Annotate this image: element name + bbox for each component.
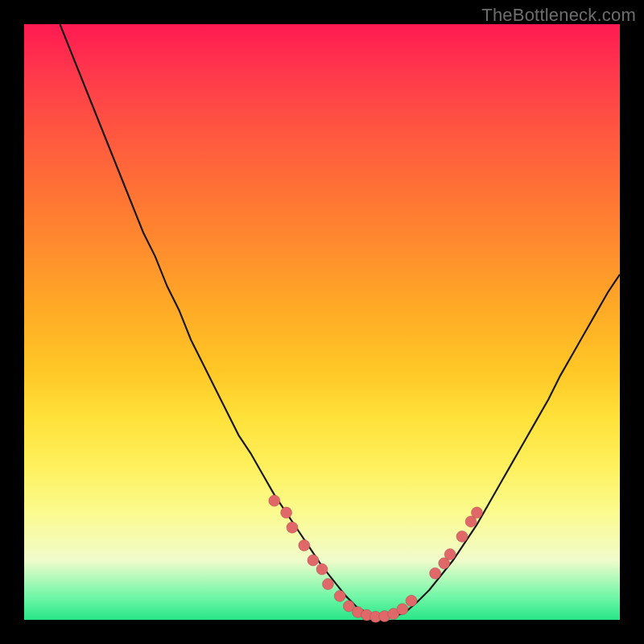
- marker-dot: [299, 540, 310, 551]
- marker-dot: [456, 530, 468, 542]
- bottleneck-chart: [24, 24, 620, 620]
- highlighted-points: [269, 495, 483, 622]
- marker-dot: [334, 590, 345, 601]
- marker-dot: [471, 507, 482, 518]
- marker-dot: [444, 549, 456, 560]
- marker-dot: [397, 604, 408, 615]
- marker-dot: [269, 495, 280, 506]
- marker-dot: [406, 595, 417, 606]
- marker-dot: [287, 522, 298, 533]
- watermark-text: TheBottleneck.com: [481, 5, 636, 26]
- marker-dot: [316, 564, 328, 575]
- bottleneck-curve: [60, 24, 620, 617]
- marker-dot: [308, 555, 319, 566]
- marker-dot: [430, 568, 441, 579]
- marker-dot: [322, 579, 333, 590]
- marker-dot: [281, 507, 292, 518]
